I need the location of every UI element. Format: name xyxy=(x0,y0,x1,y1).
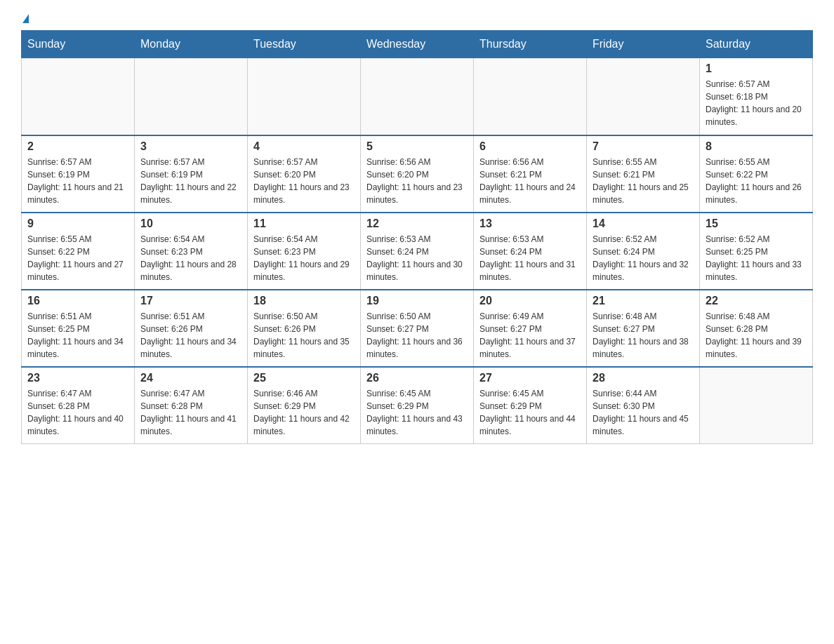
logo xyxy=(21,14,29,23)
day-info: Sunrise: 6:45 AM Sunset: 6:29 PM Dayligh… xyxy=(366,387,468,438)
day-number: 1 xyxy=(706,62,807,75)
calendar-cell: 4Sunrise: 6:57 AM Sunset: 6:20 PM Daylig… xyxy=(248,135,361,213)
day-info: Sunrise: 6:51 AM Sunset: 6:26 PM Dayligh… xyxy=(140,310,241,361)
day-info: Sunrise: 6:48 AM Sunset: 6:27 PM Dayligh… xyxy=(593,310,694,361)
day-number: 17 xyxy=(140,295,241,307)
calendar-cell: 6Sunrise: 6:56 AM Sunset: 6:21 PM Daylig… xyxy=(474,135,587,213)
calendar-table: SundayMondayTuesdayWednesdayThursdayFrid… xyxy=(21,30,813,444)
day-number: 21 xyxy=(593,295,694,307)
day-info: Sunrise: 6:57 AM Sunset: 6:18 PM Dayligh… xyxy=(706,78,807,128)
calendar-cell: 25Sunrise: 6:46 AM Sunset: 6:29 PM Dayli… xyxy=(248,367,361,444)
day-info: Sunrise: 6:48 AM Sunset: 6:28 PM Dayligh… xyxy=(706,310,807,361)
calendar-cell: 5Sunrise: 6:56 AM Sunset: 6:20 PM Daylig… xyxy=(361,135,474,213)
day-info: Sunrise: 6:54 AM Sunset: 6:23 PM Dayligh… xyxy=(140,233,241,283)
day-info: Sunrise: 6:54 AM Sunset: 6:23 PM Dayligh… xyxy=(253,233,355,283)
calendar-cell: 24Sunrise: 6:47 AM Sunset: 6:28 PM Dayli… xyxy=(135,367,248,444)
calendar-cell: 23Sunrise: 6:47 AM Sunset: 6:28 PM Dayli… xyxy=(22,367,135,444)
weekday-header-wednesday: Wednesday xyxy=(361,31,474,58)
day-info: Sunrise: 6:49 AM Sunset: 6:27 PM Dayligh… xyxy=(479,310,581,361)
day-info: Sunrise: 6:52 AM Sunset: 6:24 PM Dayligh… xyxy=(593,233,694,283)
weekday-header-monday: Monday xyxy=(135,31,248,58)
day-number: 8 xyxy=(706,140,807,153)
calendar-cell xyxy=(474,58,587,135)
calendar-cell: 10Sunrise: 6:54 AM Sunset: 6:23 PM Dayli… xyxy=(135,213,248,290)
day-info: Sunrise: 6:52 AM Sunset: 6:25 PM Dayligh… xyxy=(706,233,807,283)
day-info: Sunrise: 6:57 AM Sunset: 6:19 PM Dayligh… xyxy=(140,156,241,206)
day-number: 27 xyxy=(479,372,581,384)
weekday-header-row: SundayMondayTuesdayWednesdayThursdayFrid… xyxy=(22,31,813,58)
day-number: 26 xyxy=(366,372,468,384)
day-info: Sunrise: 6:56 AM Sunset: 6:20 PM Dayligh… xyxy=(366,156,468,206)
calendar-cell: 8Sunrise: 6:55 AM Sunset: 6:22 PM Daylig… xyxy=(700,135,813,213)
day-number: 24 xyxy=(140,372,241,384)
calendar-cell: 15Sunrise: 6:52 AM Sunset: 6:25 PM Dayli… xyxy=(700,213,813,290)
day-number: 19 xyxy=(366,295,468,307)
calendar-cell: 22Sunrise: 6:48 AM Sunset: 6:28 PM Dayli… xyxy=(700,290,813,367)
calendar-cell xyxy=(700,367,813,444)
day-info: Sunrise: 6:53 AM Sunset: 6:24 PM Dayligh… xyxy=(479,233,581,283)
day-number: 9 xyxy=(27,217,128,230)
day-number: 11 xyxy=(253,217,355,230)
calendar-cell: 14Sunrise: 6:52 AM Sunset: 6:24 PM Dayli… xyxy=(587,213,700,290)
calendar-week-row-1: 1Sunrise: 6:57 AM Sunset: 6:18 PM Daylig… xyxy=(22,58,813,135)
day-info: Sunrise: 6:51 AM Sunset: 6:25 PM Dayligh… xyxy=(27,310,128,361)
calendar-cell xyxy=(135,58,248,135)
calendar-cell: 16Sunrise: 6:51 AM Sunset: 6:25 PM Dayli… xyxy=(22,290,135,367)
day-number: 12 xyxy=(366,217,468,230)
calendar-cell xyxy=(248,58,361,135)
day-info: Sunrise: 6:57 AM Sunset: 6:20 PM Dayligh… xyxy=(253,156,355,206)
day-info: Sunrise: 6:45 AM Sunset: 6:29 PM Dayligh… xyxy=(479,387,581,438)
day-number: 15 xyxy=(706,217,807,230)
day-info: Sunrise: 6:55 AM Sunset: 6:22 PM Dayligh… xyxy=(27,233,128,283)
calendar-cell: 20Sunrise: 6:49 AM Sunset: 6:27 PM Dayli… xyxy=(474,290,587,367)
weekday-header-sunday: Sunday xyxy=(22,31,135,58)
calendar-cell: 28Sunrise: 6:44 AM Sunset: 6:30 PM Dayli… xyxy=(587,367,700,444)
page-header xyxy=(21,14,813,23)
day-info: Sunrise: 6:57 AM Sunset: 6:19 PM Dayligh… xyxy=(27,156,128,206)
day-number: 20 xyxy=(479,295,581,307)
day-number: 23 xyxy=(27,372,128,384)
day-info: Sunrise: 6:55 AM Sunset: 6:21 PM Dayligh… xyxy=(593,156,694,206)
day-info: Sunrise: 6:46 AM Sunset: 6:29 PM Dayligh… xyxy=(253,387,355,438)
day-info: Sunrise: 6:44 AM Sunset: 6:30 PM Dayligh… xyxy=(593,387,694,438)
day-number: 14 xyxy=(593,217,694,230)
calendar-cell: 11Sunrise: 6:54 AM Sunset: 6:23 PM Dayli… xyxy=(248,213,361,290)
day-number: 25 xyxy=(253,372,355,384)
day-info: Sunrise: 6:47 AM Sunset: 6:28 PM Dayligh… xyxy=(27,387,128,438)
calendar-cell: 19Sunrise: 6:50 AM Sunset: 6:27 PM Dayli… xyxy=(361,290,474,367)
calendar-cell xyxy=(587,58,700,135)
weekday-header-friday: Friday xyxy=(587,31,700,58)
calendar-cell: 12Sunrise: 6:53 AM Sunset: 6:24 PM Dayli… xyxy=(361,213,474,290)
calendar-cell: 13Sunrise: 6:53 AM Sunset: 6:24 PM Dayli… xyxy=(474,213,587,290)
calendar-cell: 3Sunrise: 6:57 AM Sunset: 6:19 PM Daylig… xyxy=(135,135,248,213)
calendar-cell: 2Sunrise: 6:57 AM Sunset: 6:19 PM Daylig… xyxy=(22,135,135,213)
day-number: 28 xyxy=(593,372,694,384)
day-number: 3 xyxy=(140,140,241,153)
day-number: 7 xyxy=(593,140,694,153)
calendar-week-row-2: 2Sunrise: 6:57 AM Sunset: 6:19 PM Daylig… xyxy=(22,135,813,213)
calendar-cell: 1Sunrise: 6:57 AM Sunset: 6:18 PM Daylig… xyxy=(700,58,813,135)
day-info: Sunrise: 6:50 AM Sunset: 6:26 PM Dayligh… xyxy=(253,310,355,361)
day-number: 22 xyxy=(706,295,807,307)
calendar-cell: 9Sunrise: 6:55 AM Sunset: 6:22 PM Daylig… xyxy=(22,213,135,290)
calendar-cell: 17Sunrise: 6:51 AM Sunset: 6:26 PM Dayli… xyxy=(135,290,248,367)
day-info: Sunrise: 6:47 AM Sunset: 6:28 PM Dayligh… xyxy=(140,387,241,438)
day-number: 2 xyxy=(27,140,128,153)
calendar-cell xyxy=(361,58,474,135)
calendar-week-row-4: 16Sunrise: 6:51 AM Sunset: 6:25 PM Dayli… xyxy=(22,290,813,367)
calendar-week-row-5: 23Sunrise: 6:47 AM Sunset: 6:28 PM Dayli… xyxy=(22,367,813,444)
day-number: 4 xyxy=(253,140,355,153)
day-info: Sunrise: 6:55 AM Sunset: 6:22 PM Dayligh… xyxy=(706,156,807,206)
calendar-cell: 21Sunrise: 6:48 AM Sunset: 6:27 PM Dayli… xyxy=(587,290,700,367)
weekday-header-tuesday: Tuesday xyxy=(248,31,361,58)
day-number: 5 xyxy=(366,140,468,153)
day-number: 18 xyxy=(253,295,355,307)
day-info: Sunrise: 6:53 AM Sunset: 6:24 PM Dayligh… xyxy=(366,233,468,283)
day-number: 6 xyxy=(479,140,581,153)
calendar-cell: 26Sunrise: 6:45 AM Sunset: 6:29 PM Dayli… xyxy=(361,367,474,444)
day-info: Sunrise: 6:50 AM Sunset: 6:27 PM Dayligh… xyxy=(366,310,468,361)
day-number: 16 xyxy=(27,295,128,307)
weekday-header-saturday: Saturday xyxy=(700,31,813,58)
day-number: 10 xyxy=(140,217,241,230)
calendar-cell: 7Sunrise: 6:55 AM Sunset: 6:21 PM Daylig… xyxy=(587,135,700,213)
